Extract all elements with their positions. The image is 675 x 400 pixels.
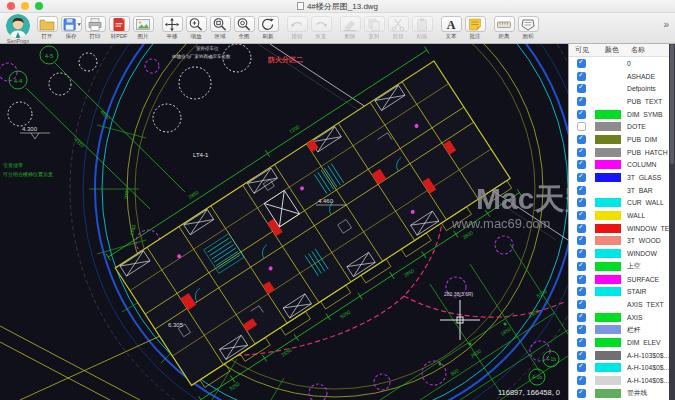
layer-visibility-checkbox[interactable] <box>577 72 586 81</box>
printer-icon <box>87 17 103 32</box>
layer-color-swatch[interactable] <box>595 236 621 245</box>
layer-color-swatch[interactable] <box>595 351 621 360</box>
layer-row: 上空 <box>569 260 675 273</box>
layer-visibility-checkbox[interactable] <box>577 389 586 398</box>
user-account[interactable]: SenPngx <box>3 13 33 44</box>
user-avatar[interactable] <box>6 14 30 38</box>
layer-color-swatch[interactable] <box>595 325 621 334</box>
layer-color-swatch[interactable] <box>595 262 621 271</box>
layer-color-swatch[interactable] <box>595 186 621 195</box>
layer-visibility-checkbox[interactable] <box>577 84 586 93</box>
open-button[interactable]: 打开 <box>35 13 59 40</box>
print-button[interactable]: 打印 <box>83 13 107 40</box>
layer-color-swatch[interactable] <box>595 97 621 106</box>
layer-visibility-checkbox[interactable] <box>577 313 586 322</box>
layer-visibility-checkbox[interactable] <box>577 363 586 372</box>
drawing-canvas[interactable]: 1785 1780 970 <box>0 44 568 400</box>
layer-color-swatch[interactable] <box>595 287 621 296</box>
layer-color-swatch[interactable] <box>595 363 621 372</box>
measure-distance-button[interactable]: 距离 <box>492 13 516 40</box>
paste-button[interactable]: 粘贴 <box>410 13 434 40</box>
layer-color-swatch[interactable] <box>595 110 621 119</box>
coordinate-readout: 116897, 166458, 0 <box>498 388 560 397</box>
layer-name: CUR_WALL <box>627 199 675 206</box>
layer-color-swatch[interactable] <box>595 376 621 385</box>
layer-row: 3T_GLASS <box>569 171 675 184</box>
layer-color-swatch[interactable] <box>595 59 621 68</box>
layer-visibility-checkbox[interactable] <box>577 97 586 106</box>
watermark-url: www.mac69.com <box>451 216 550 231</box>
layer-visibility-checkbox[interactable] <box>577 224 586 233</box>
layer-row: 管井线 <box>569 387 675 400</box>
layer-row: ASHADE <box>569 70 675 83</box>
layer-color-swatch[interactable] <box>595 198 621 207</box>
layer-color-swatch[interactable] <box>595 148 621 157</box>
layer-color-swatch[interactable] <box>595 389 621 398</box>
layer-color-swatch[interactable] <box>595 211 621 220</box>
layer-visibility-checkbox[interactable] <box>577 110 586 119</box>
layer-visibility-checkbox[interactable] <box>577 186 586 195</box>
layer-visibility-checkbox[interactable] <box>577 325 586 334</box>
layer-color-swatch[interactable] <box>595 84 621 93</box>
redo-button[interactable]: 恢复 <box>309 13 333 40</box>
layer-name: 3T_BAR <box>627 187 675 194</box>
axis-bubble-label: 4-5 <box>45 53 54 59</box>
delete-button[interactable]: 删除 <box>338 13 362 40</box>
layer-color-swatch[interactable] <box>595 135 621 144</box>
measure-area-button[interactable]: 面积 <box>516 13 540 40</box>
layer-visibility-checkbox[interactable] <box>577 198 586 207</box>
text-tool-button[interactable]: A 文本 <box>439 13 463 40</box>
layer-color-swatch[interactable] <box>595 275 621 284</box>
layer-visibility-checkbox[interactable] <box>577 249 586 258</box>
layer-color-swatch[interactable] <box>595 72 621 81</box>
layer-name: A-H-104$0$... <box>627 377 675 384</box>
layer-name: 3T_WOOD <box>627 237 675 244</box>
layer-color-swatch[interactable] <box>595 224 621 233</box>
layer-color-swatch[interactable] <box>595 122 621 131</box>
cut-button[interactable]: 剪切 <box>386 13 410 40</box>
zoom-button[interactable]: 缩放 <box>184 13 208 40</box>
layer-visibility-checkbox[interactable] <box>577 122 586 131</box>
pdf-export-button[interactable]: 转PDF <box>107 13 131 40</box>
layer-visibility-checkbox[interactable] <box>577 376 586 385</box>
layer-color-swatch[interactable] <box>595 160 621 169</box>
text-a-icon: A <box>443 17 459 32</box>
layer-name: PUB_DIM <box>627 136 675 143</box>
header-color: 颜色 <box>595 45 629 55</box>
layer-name: WALL <box>627 212 675 219</box>
layer-visibility-checkbox[interactable] <box>577 211 586 220</box>
layer-color-swatch[interactable] <box>595 313 621 322</box>
layer-visibility-checkbox[interactable] <box>577 135 586 144</box>
layer-visibility-checkbox[interactable] <box>577 236 586 245</box>
layer-color-swatch[interactable] <box>595 338 621 347</box>
zoom-extents-button[interactable]: 全图 <box>232 13 256 40</box>
layer-name: SURFACE <box>627 276 675 283</box>
layer-visibility-checkbox[interactable] <box>577 287 586 296</box>
layer-visibility-checkbox[interactable] <box>577 275 586 284</box>
pan-button[interactable]: 平移 <box>160 13 184 40</box>
layer-visibility-checkbox[interactable] <box>577 160 586 169</box>
layer-color-swatch[interactable] <box>595 249 621 258</box>
layer-visibility-checkbox[interactable] <box>577 338 586 347</box>
layer-visibility-checkbox[interactable] <box>577 148 586 157</box>
panel-scrollbar[interactable] <box>669 44 675 400</box>
floppy-save-icon <box>62 17 81 32</box>
toolbar-overflow-button[interactable]: » <box>663 19 669 30</box>
layer-visibility-checkbox[interactable] <box>577 351 586 360</box>
copy-button[interactable]: 复制 <box>362 13 386 40</box>
layer-visibility-checkbox[interactable] <box>577 262 586 271</box>
elevation-label: 4.460 <box>318 198 334 204</box>
layer-color-swatch[interactable] <box>595 173 621 182</box>
layer-visibility-checkbox[interactable] <box>577 173 586 182</box>
layer-name: PUB_HATCH <box>627 149 675 156</box>
save-button[interactable]: 保存 <box>59 13 83 40</box>
layer-visibility-checkbox[interactable] <box>577 300 586 309</box>
export-image-button[interactable]: 图片 <box>131 13 155 40</box>
layer-color-swatch[interactable] <box>595 300 621 309</box>
undo-button[interactable]: 撤销 <box>285 13 309 40</box>
layer-visibility-checkbox[interactable] <box>577 59 586 68</box>
zoom-region-button[interactable]: 区域 <box>208 13 232 40</box>
svg-text:A: A <box>447 18 456 32</box>
refresh-button[interactable]: 刷新 <box>256 13 280 40</box>
annotation-button[interactable]: 批注 <box>463 13 487 40</box>
